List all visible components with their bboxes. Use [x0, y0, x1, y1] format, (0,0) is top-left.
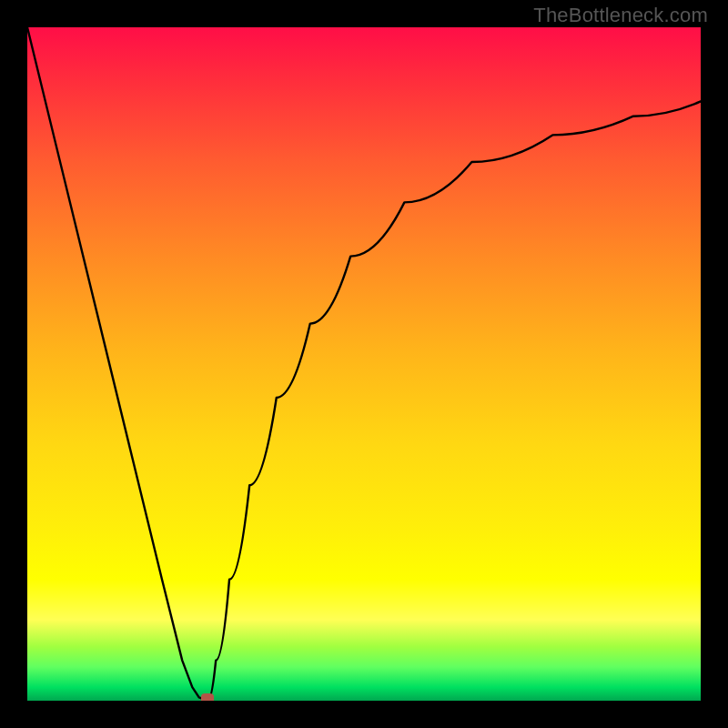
optimum-marker — [201, 693, 214, 701]
chart-frame: TheBottleneck.com — [0, 0, 728, 728]
bottleneck-curve — [27, 27, 701, 701]
curve-layer — [27, 27, 701, 701]
plot-area — [27, 27, 701, 701]
watermark-text: TheBottleneck.com — [533, 4, 708, 27]
